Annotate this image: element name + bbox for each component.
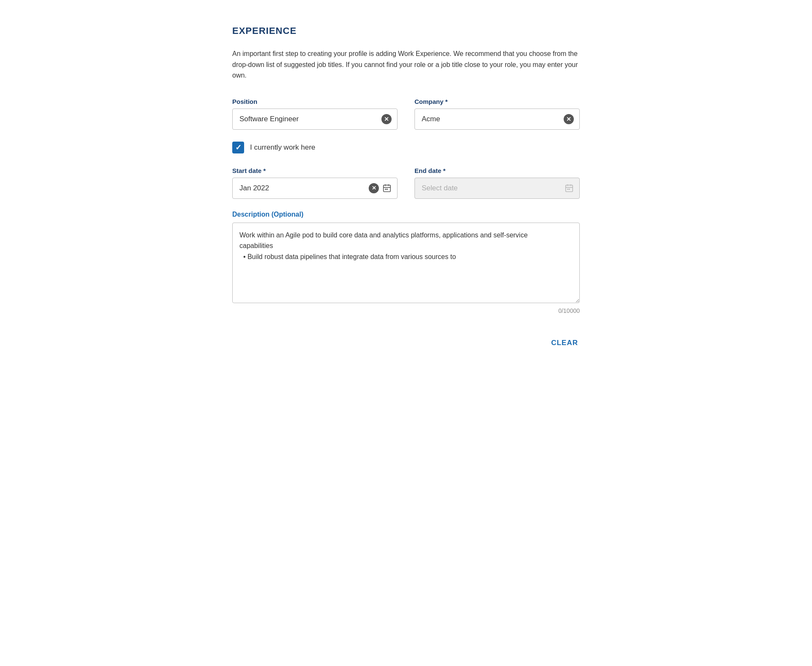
start-date-icons: ✕ (369, 183, 392, 193)
start-date-calendar-icon (382, 184, 392, 193)
start-date-input-wrapper: ✕ (232, 178, 398, 199)
currently-work-checkbox[interactable]: ✓ (232, 142, 244, 153)
currently-work-row: ✓ I currently work here (232, 142, 580, 153)
company-label: Company * (414, 98, 580, 105)
svg-rect-0 (384, 185, 391, 192)
svg-rect-11 (569, 189, 570, 190)
description-wrapper: Work within an Agile pod to build core d… (232, 223, 580, 305)
char-count: 0/10000 (232, 307, 580, 314)
position-group: Position ✕ (232, 98, 398, 130)
description-label: Description (Optional) (232, 211, 580, 218)
end-date-label: End date * (414, 167, 580, 174)
position-input-wrapper: ✕ (232, 109, 398, 130)
start-date-label: Start date * (232, 167, 398, 174)
start-date-clear-button[interactable]: ✕ (369, 183, 379, 193)
svg-rect-10 (567, 189, 568, 190)
start-date-group: Start date * ✕ (232, 167, 398, 199)
end-date-calendar-icon (565, 184, 574, 193)
description-textarea[interactable]: Work within an Agile pod to build core d… (232, 223, 580, 303)
start-date-calendar-button[interactable] (382, 184, 392, 193)
company-input-wrapper: ✕ (414, 109, 580, 130)
end-date-icons (565, 184, 574, 193)
checkmark-icon: ✓ (235, 143, 242, 152)
page-title: EXPERIENCE (232, 25, 580, 36)
position-label: Position (232, 98, 398, 105)
end-date-group: End date * (414, 167, 580, 199)
end-date-calendar-button[interactable] (565, 184, 574, 193)
position-clear-button[interactable]: ✕ (381, 114, 392, 124)
actions-row: CLEAR (232, 335, 580, 351)
company-group: Company * ✕ (414, 98, 580, 130)
svg-rect-4 (385, 189, 386, 190)
position-input[interactable] (232, 109, 398, 130)
dates-row: Start date * ✕ (232, 167, 580, 199)
start-date-clear-icon: ✕ (369, 183, 379, 193)
intro-text: An important first step to creating your… (232, 48, 580, 81)
position-company-row: Position ✕ Company * ✕ (232, 98, 580, 130)
end-date-input[interactable] (414, 178, 580, 199)
end-date-input-wrapper (414, 178, 580, 199)
company-clear-icon: ✕ (564, 114, 574, 124)
currently-work-label: I currently work here (250, 143, 315, 152)
position-clear-icon: ✕ (381, 114, 392, 124)
svg-rect-6 (566, 185, 573, 192)
svg-rect-5 (387, 189, 388, 190)
company-input[interactable] (414, 109, 580, 130)
company-clear-button[interactable]: ✕ (564, 114, 574, 124)
description-section: Description (Optional) Work within an Ag… (232, 211, 580, 314)
clear-button[interactable]: CLEAR (549, 335, 580, 351)
